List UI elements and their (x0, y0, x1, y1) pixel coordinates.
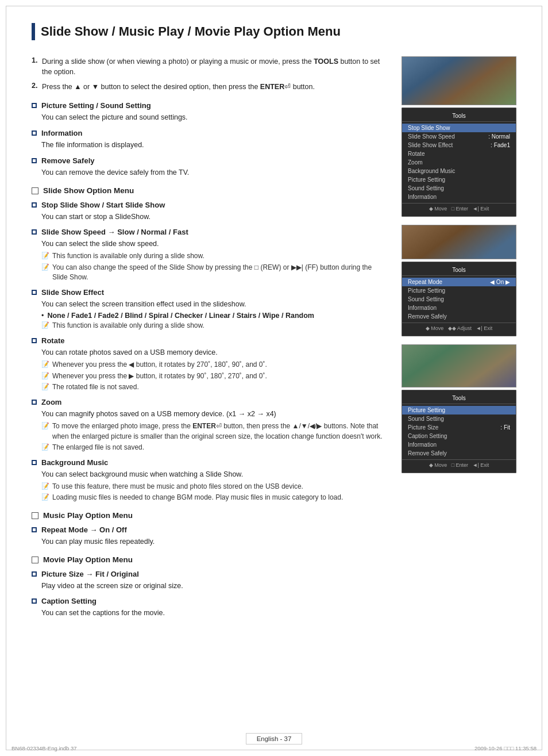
square-bullet-9 (32, 460, 37, 465)
note-text-9: To use this feature, there must be music… (52, 482, 303, 492)
caption-setting-body: You can set the captions for the movie. (41, 608, 388, 619)
picture-size-heading: Picture Size → Fit / Original (41, 570, 139, 578)
square-bullet-4 (32, 202, 37, 208)
stop-slide-body: You can start or stop a SlideShow. (41, 212, 388, 222)
tools-item-label: Slide Show Speed (408, 133, 455, 140)
stop-slide-heading: Stop Slide Show / Start Slide Show (41, 201, 165, 209)
page-title: Slide Show / Music Play / Movie Play Opt… (41, 23, 341, 40)
zoom-body: You can magnify photos saved on a USB me… (41, 409, 388, 420)
tools-item-label: Picture Size (408, 424, 438, 431)
tools-item-label: Picture Setting (408, 407, 445, 413)
bgm-note-1: 📝 To use this feature, there must be mus… (41, 482, 388, 492)
section-remove-heading: Remove Safely (41, 156, 95, 165)
tools-item-label: Picture Setting (408, 287, 445, 294)
right-column: Tools Stop Slide Show Slide Show Speed :… (402, 56, 516, 620)
tools-popup-3-item-0: Picture Setting (402, 406, 516, 415)
bg-thumbnail-3 (402, 344, 516, 387)
bottom-right-meta: 2009-10-26 □□□ 11:35:58 (474, 745, 537, 751)
page-footer: English - 37 (0, 733, 548, 745)
popup-2-container: Tools Repeat Mode ◀ On ▶ Picture Setting… (402, 225, 516, 336)
section-zoom: Zoom (32, 398, 388, 406)
repeat-mode-body: You can play music files repeatedly. (41, 536, 388, 547)
tools-item-value: : Fit (500, 424, 510, 431)
tools-item-value: ◀ On ▶ (490, 279, 510, 285)
section-caption-setting: Caption Setting (32, 597, 388, 605)
tools-popup-1-item-6: Picture Setting (402, 175, 516, 184)
square-bullet (32, 103, 37, 108)
music-menu-heading: Music Play Option Menu (32, 511, 388, 520)
tools-popup-1-item-2: Slide Show Effect : Fade1 (402, 141, 516, 149)
tools-popup-3: Tools Picture Setting Sound Setting Pict… (402, 390, 516, 473)
note-text-5: Whenever you press the ▶ button, it rota… (52, 371, 267, 381)
popup-3-container: Tools Picture Setting Sound Setting Pict… (402, 344, 516, 473)
note-text-3: This function is available only during a… (52, 321, 204, 331)
tools-item-label: Remove Safely (408, 313, 447, 320)
tools-popup-2-item-4: Remove Safely (402, 312, 516, 321)
section-remove-body: You can remove the device safely from th… (41, 167, 388, 178)
step-2: 2. Press the ▲ or ▼ button to select the… (32, 82, 388, 92)
checkbox-bullet-1 (32, 187, 38, 194)
note-icon-3: 📝 (41, 321, 49, 331)
tools-item-label: Background Music (408, 168, 455, 174)
tools-item-label: Slide Show Effect (408, 142, 453, 148)
zoom-heading: Zoom (41, 398, 61, 406)
slide-effect-heading: Slide Show Effect (41, 288, 104, 297)
page-title-bar: Slide Show / Music Play / Movie Play Opt… (32, 23, 516, 40)
slide-effect-options-text: None / Fade1 / Fade2 / Blind / Spiral / … (47, 312, 314, 320)
tools-popup-1-item-3: Rotate (402, 149, 516, 158)
bgm-body: You can select background music when wat… (41, 469, 388, 480)
step-1-num: 1. (32, 56, 42, 77)
note-text-4: Whenever you press the ◀ button, it rota… (52, 360, 267, 370)
section-bgm: Background Music (32, 458, 388, 467)
square-bullet-8 (32, 400, 37, 405)
rotate-note-3: 📝 The rotated file is not saved. (41, 382, 388, 392)
repeat-mode-heading: Repeat Mode → On / Off (41, 525, 127, 534)
step-2-text: Press the ▲ or ▼ button to select the de… (42, 82, 315, 92)
tools-item-value: : Normal (488, 133, 510, 140)
section-slide-effect: Slide Show Effect (32, 288, 388, 297)
tools-item-label: Zoom (408, 159, 423, 166)
tools-popup-2-nav: ◆ Move ◆◆ Adjust ◄| Exit (402, 323, 516, 332)
tools-popup-3-item-2: Picture Size : Fit (402, 423, 516, 432)
rotate-body: You can rotate photos saved on a USB mem… (41, 347, 388, 358)
tools-popup-2-title: Tools (402, 266, 516, 276)
section-information-heading: Information (41, 129, 83, 137)
tools-popup-1-item-8: Information (402, 193, 516, 201)
popup-1-container: Tools Stop Slide Show Slide Show Speed :… (402, 56, 516, 217)
zoom-note-1: 📝 To move the enlarged photo image, pres… (41, 421, 388, 442)
tools-item-label: Caption Setting (408, 433, 447, 439)
section-repeat-mode: Repeat Mode → On / Off (32, 525, 388, 534)
tools-popup-1-item-4: Zoom (402, 158, 516, 167)
tools-popup-3-nav: ◆ Move □ Enter ◄| Exit (402, 459, 516, 469)
tools-item-label: Sound Setting (408, 185, 444, 191)
note-icon-6: 📝 (41, 383, 49, 392)
tools-item-label: Information (408, 305, 437, 311)
tools-popup-1-title: Tools (402, 112, 516, 122)
note-text-7: To move the enlarged photo image, press … (52, 421, 388, 442)
rotate-heading: Rotate (41, 336, 64, 345)
tools-popup-3-title: Tools (402, 394, 516, 404)
slide-effect-options: • None / Fade1 / Fade2 / Blind / Spiral … (41, 312, 388, 320)
checkbox-bullet-3 (32, 557, 38, 563)
footer-page-num: 37 (284, 735, 292, 742)
tools-item-value: : Fade1 (491, 142, 510, 148)
tools-popup-1-item-1: Slide Show Speed : Normal (402, 132, 516, 141)
tools-item-label: Information (408, 442, 437, 448)
section-picture-size: Picture Size → Fit / Original (32, 570, 388, 578)
note-text-10: Loading music files is needed to change … (52, 493, 343, 502)
note-icon-7: 📝 (41, 422, 49, 442)
section-remove-safely: Remove Safely (32, 156, 388, 165)
note-icon-9: 📝 (41, 482, 49, 492)
bottom-meta: BN68-02334B-Eng.indb 37 2009-10-26 □□□ 1… (11, 745, 537, 751)
note-text-6: The rotated file is not saved. (52, 382, 139, 392)
tools-popup-2-item-3: Information (402, 304, 516, 312)
bg-thumbnail-1 (402, 56, 516, 105)
numbered-steps: 1. During a slide show (or when viewing … (32, 56, 388, 92)
tools-popup-2-item-1: Picture Setting (402, 286, 516, 295)
tools-popup-2-item-0: Repeat Mode ◀ On ▶ (402, 278, 516, 286)
bottom-left-meta: BN68-02334B-Eng.indb 37 (11, 745, 77, 751)
tools-popup-1-item-5: Background Music (402, 167, 516, 175)
tools-popup-2-item-2: Sound Setting (402, 295, 516, 304)
step-1: 1. During a slide show (or when viewing … (32, 56, 388, 77)
tools-item-label: Information (408, 194, 437, 200)
